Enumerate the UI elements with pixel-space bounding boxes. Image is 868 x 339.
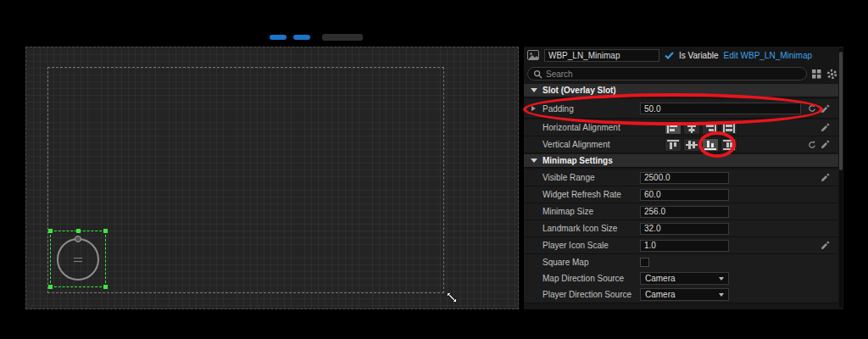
minimap-player-icon bbox=[74, 258, 82, 262]
property-label: Map Direction Source bbox=[524, 274, 640, 283]
widget-refresh-rate-row: Widget Refresh Rate bbox=[524, 186, 838, 203]
gear-icon[interactable] bbox=[826, 69, 837, 80]
horizontal-alignment-buttons bbox=[665, 121, 739, 135]
halign-right-button[interactable] bbox=[702, 121, 719, 135]
search-box[interactable] bbox=[527, 67, 807, 81]
selection-handle[interactable] bbox=[103, 229, 108, 233]
property-label: Minimap Size bbox=[524, 207, 640, 216]
valign-fill-button[interactable] bbox=[721, 138, 737, 152]
minimap-north-marker bbox=[75, 236, 81, 242]
halign-fill-button[interactable] bbox=[721, 121, 737, 135]
unreal-umg-editor: Is Variable Edit WBP_LN_Minimap bbox=[0, 0, 868, 339]
valign-center-button[interactable] bbox=[683, 138, 700, 152]
halign-center-button[interactable] bbox=[683, 121, 700, 135]
section-expand-icon bbox=[531, 88, 537, 92]
minimap-size-row: Minimap Size bbox=[524, 203, 838, 220]
landmark-icon-size-input[interactable] bbox=[640, 223, 729, 235]
eyedropper-icon[interactable] bbox=[821, 173, 830, 182]
section-minimap-title: Minimap Settings bbox=[542, 156, 613, 165]
widget-name-input[interactable] bbox=[544, 49, 659, 62]
visible-range-input[interactable] bbox=[640, 172, 729, 184]
view-options-icon[interactable] bbox=[812, 69, 821, 79]
square-map-row: Square Map bbox=[524, 254, 838, 271]
widget-bounds-outline bbox=[47, 67, 444, 293]
padding-input[interactable] bbox=[640, 103, 801, 114]
selection-handle[interactable] bbox=[48, 229, 53, 233]
revert-icon[interactable] bbox=[808, 104, 816, 113]
toolbar-button-fragment[interactable] bbox=[293, 35, 310, 40]
toolbar-button-fragment[interactable] bbox=[270, 35, 287, 40]
minimap-widget-preview[interactable] bbox=[57, 238, 99, 281]
search-input[interactable] bbox=[546, 69, 801, 79]
property-label: Visible Range bbox=[524, 173, 640, 182]
padding-label: Padding bbox=[524, 104, 640, 114]
scrollbar-thumb[interactable] bbox=[839, 52, 843, 170]
valign-top-button[interactable] bbox=[665, 138, 682, 152]
widget-header-row: Is Variable Edit WBP_LN_Minimap bbox=[524, 47, 838, 64]
map-direction-source-dropdown[interactable]: Camera bbox=[640, 272, 729, 285]
horizontal-alignment-row: Horizontal Alignment bbox=[524, 119, 838, 136]
details-panel: Is Variable Edit WBP_LN_Minimap bbox=[524, 47, 843, 309]
property-label: Player Direction Source bbox=[524, 290, 640, 299]
search-icon bbox=[533, 69, 542, 79]
selection-handle[interactable] bbox=[76, 229, 81, 233]
dropdown-value: Camera bbox=[645, 290, 719, 299]
edit-widget-link[interactable]: Edit WBP_LN_Minimap bbox=[724, 51, 812, 60]
resize-cursor-icon bbox=[446, 292, 458, 303]
is-variable-checkbox[interactable] bbox=[665, 52, 674, 59]
details-search-row bbox=[524, 65, 838, 82]
selection-handle[interactable] bbox=[103, 285, 108, 289]
section-slot-title: Slot (Overlay Slot) bbox=[542, 86, 616, 95]
padding-row: Padding bbox=[524, 99, 838, 119]
landmark-icon-size-row: Landmark Icon Size bbox=[524, 220, 838, 237]
minimap-size-input[interactable] bbox=[640, 206, 729, 218]
is-variable-label: Is Variable bbox=[679, 51, 719, 60]
player-icon-scale-input[interactable] bbox=[640, 240, 729, 252]
revert-icon[interactable] bbox=[808, 141, 816, 149]
eyedropper-icon[interactable] bbox=[821, 140, 830, 149]
minimap-widget-selection[interactable] bbox=[50, 231, 106, 287]
vertical-alignment-label: Vertical Alignment bbox=[524, 140, 640, 149]
section-slot-header[interactable]: Slot (Overlay Slot) bbox=[524, 84, 838, 97]
selection-handle[interactable] bbox=[48, 285, 53, 289]
chevron-down-icon bbox=[719, 293, 724, 297]
property-label: Landmark Icon Size bbox=[524, 224, 640, 233]
property-label: Square Map bbox=[524, 258, 640, 267]
widget-type-icon bbox=[527, 50, 539, 60]
player-direction-source-dropdown[interactable]: Camera bbox=[640, 288, 729, 301]
designer-canvas[interactable] bbox=[25, 47, 519, 309]
square-map-checkbox[interactable] bbox=[640, 258, 649, 267]
property-label: Widget Refresh Rate bbox=[524, 190, 640, 199]
eyedropper-icon[interactable] bbox=[821, 241, 830, 250]
eyedropper-icon[interactable] bbox=[821, 123, 830, 132]
toolbar-button-fragment[interactable] bbox=[322, 34, 363, 41]
map-direction-source-row: Map Direction Source Camera bbox=[524, 270, 838, 287]
widget-refresh-rate-input[interactable] bbox=[640, 189, 729, 201]
halign-left-button[interactable] bbox=[665, 121, 682, 135]
player-direction-source-row: Player Direction Source Camera bbox=[524, 286, 838, 303]
details-scrollbar[interactable] bbox=[839, 48, 843, 308]
eyedropper-icon[interactable] bbox=[821, 104, 830, 114]
section-minimap-header[interactable]: Minimap Settings bbox=[524, 154, 838, 168]
visible-range-row: Visible Range bbox=[524, 170, 838, 186]
chevron-down-icon bbox=[719, 277, 724, 281]
dropdown-value: Camera bbox=[645, 274, 719, 283]
padding-expander-icon[interactable] bbox=[531, 106, 536, 111]
valign-bottom-button[interactable] bbox=[702, 138, 719, 152]
section-expand-icon bbox=[531, 158, 537, 163]
property-label: Player Icon Scale bbox=[524, 241, 640, 250]
vertical-alignment-row: Vertical Alignment bbox=[524, 136, 838, 153]
horizontal-alignment-label: Horizontal Alignment bbox=[524, 123, 640, 132]
vertical-alignment-buttons bbox=[665, 138, 739, 152]
player-icon-scale-row: Player Icon Scale bbox=[524, 237, 838, 254]
